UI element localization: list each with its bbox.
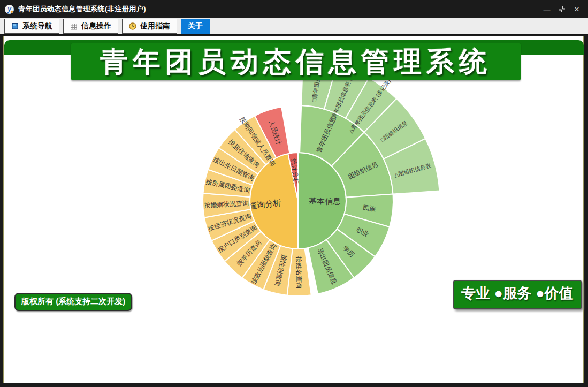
app-icon: y — [5, 5, 14, 14]
sunburst-chart: 基本信息查询分析统计分析青年团员信息团组织信息民族职业学历导出团员信息按姓名查询… — [150, 54, 449, 348]
app-window: y 青年团员动态信息管理系统(非注册用户) — ✕ 系统导航 — [0, 0, 588, 387]
clock-icon — [129, 22, 136, 30]
tab-label: 信息操作 — [81, 21, 111, 31]
minimize-button[interactable]: — — [541, 4, 553, 14]
window-title: 青年团员动态信息管理系统(非注册用户) — [18, 4, 146, 14]
grid-icon — [70, 22, 78, 30]
slogan-badge: 专业 ●服务 ●价值 — [453, 280, 582, 309]
tab-label: 使用指南 — [140, 21, 170, 31]
banner-title: 青年团员动态信息管理系统 — [100, 43, 492, 81]
title-bar: y 青年团员动态信息管理系统(非注册用户) — ✕ — [0, 0, 588, 18]
tab-bar: 系统导航 信息操作 使用指南 关于 — [0, 18, 588, 35]
tab-label: 关于 — [188, 21, 203, 31]
tab-user-guide[interactable]: 使用指南 — [122, 19, 177, 34]
restore-icon — [559, 6, 566, 13]
sunburst-label: 基本信息 — [309, 196, 341, 206]
tab-information-operations[interactable]: 信息操作 — [63, 19, 118, 34]
main-banner: 青年团员动态信息管理系统 — [71, 43, 521, 80]
close-button[interactable]: ✕ — [571, 4, 583, 14]
sunburst-label: 民族 — [363, 204, 376, 213]
tab-label: 系统导航 — [22, 21, 52, 31]
restore-button[interactable] — [556, 4, 568, 14]
sunburst-label: 按姓名查询 — [295, 256, 303, 289]
tab-system-navigation[interactable]: 系统导航 — [4, 19, 59, 34]
window-icon — [11, 22, 19, 30]
tab-about[interactable]: 关于 — [181, 19, 210, 34]
copyright-badge: 版权所有 (系统支持二次开发) — [14, 293, 132, 311]
window-controls: — ✕ — [541, 4, 588, 14]
